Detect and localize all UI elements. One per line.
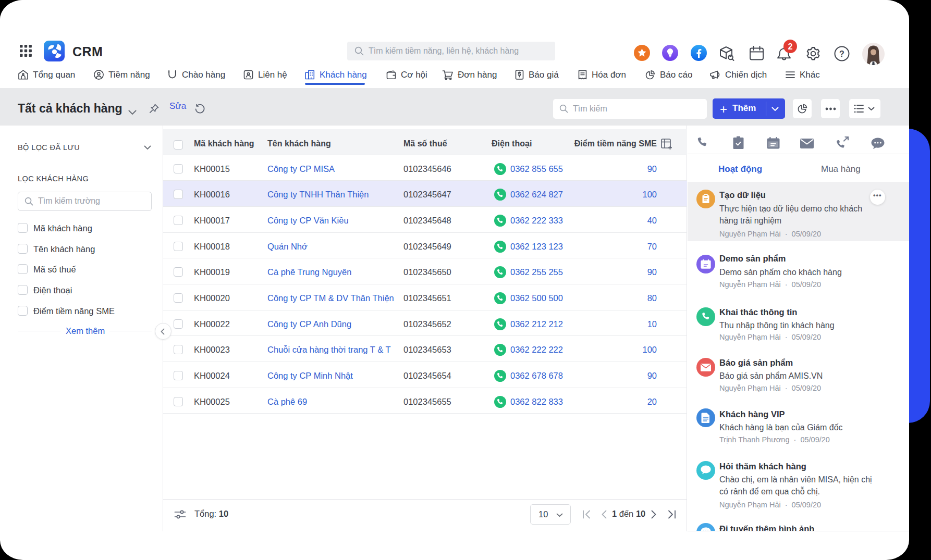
svg-text:2: 2: [788, 42, 793, 51]
svg-text:?: ?: [839, 49, 844, 58]
